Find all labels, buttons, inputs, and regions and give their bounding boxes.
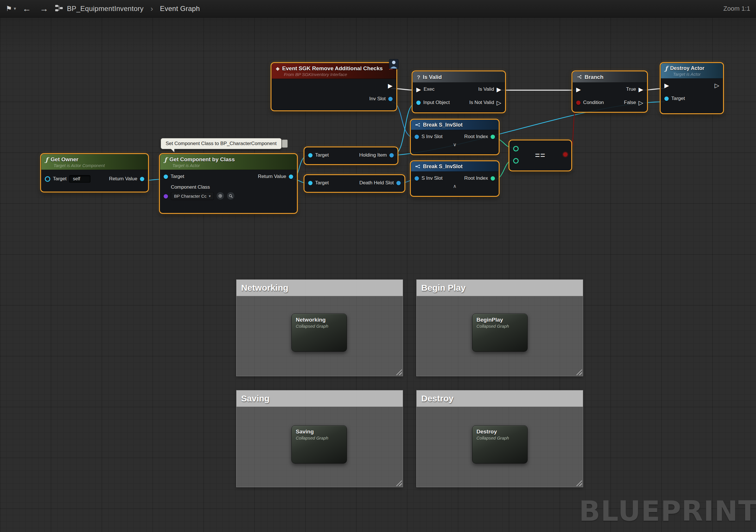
death-held-slot-pin[interactable]	[396, 181, 401, 185]
browse-asset-button[interactable]	[227, 192, 235, 200]
collapsed-subtitle: Collapsed Graph	[296, 324, 342, 329]
pin-label-return-value: Return Value	[109, 176, 137, 182]
s-inv-slot-pin[interactable]	[415, 135, 419, 139]
root-index-pin[interactable]	[491, 176, 495, 181]
node-break-invslot-2[interactable]: Break S_InvSlot S Inv Slot Root Index ∧	[411, 161, 499, 196]
back-button[interactable]: ←	[20, 4, 34, 13]
collapsed-title: Destroy	[476, 429, 523, 435]
node-get-holding-item[interactable]: Target Holding Item	[305, 147, 397, 164]
node-is-valid[interactable]: ? Is Valid ▶ Exec Is Valid ▶ Input Objec…	[413, 71, 505, 112]
node-get-component-by-class[interactable]: ƒ Get Component by Class Target is Actor…	[160, 154, 297, 213]
breadcrumb-blueprint-name[interactable]: BP_EquipmentInventory	[67, 5, 144, 13]
comment-header[interactable]: Saving	[236, 390, 403, 407]
branch-icon	[577, 74, 582, 80]
equal-result-pin[interactable]	[563, 152, 568, 157]
pin-label-component-class: Component Class	[171, 184, 235, 190]
blueprint-graph-canvas[interactable]: Networking Begin Play Saving Destroy Net…	[0, 0, 756, 532]
node-branch[interactable]: Branch ▶ True ▶ Condition False ▷	[572, 71, 647, 112]
comment-resize-handle[interactable]	[396, 480, 402, 486]
exec-out-valid-pin[interactable]: ▶	[497, 86, 501, 93]
breadcrumb-separator: ›	[150, 4, 153, 13]
exec-in-pin[interactable]: ▶	[576, 86, 581, 93]
collapsed-graph-networking[interactable]: Networking Collapsed Graph	[291, 313, 347, 352]
comment-resize-handle[interactable]	[396, 369, 402, 375]
node-header[interactable]: Break S_InvSlot	[411, 120, 499, 130]
inv-slot-pin[interactable]	[388, 97, 392, 101]
component-class-pin[interactable]	[164, 194, 168, 199]
comment-title: Destroy	[421, 394, 454, 403]
pin-label-root-index: Root Index	[464, 134, 488, 140]
node-title: Is Valid	[423, 74, 442, 80]
bookmark-caret-icon[interactable]: ▾	[14, 6, 16, 11]
condition-pin[interactable]	[576, 100, 580, 105]
function-icon: ƒ	[164, 157, 167, 163]
comment-header[interactable]: Networking	[236, 280, 403, 296]
node-header[interactable]: ƒ Destroy Actor Target is Actor	[661, 63, 723, 79]
exec-out-not-valid-pin[interactable]: ▷	[497, 100, 501, 106]
pin-label-input-object: Input Object	[423, 100, 450, 105]
expand-chevron-icon[interactable]: ∨	[411, 142, 499, 148]
node-title: Break S_InvSlot	[423, 164, 463, 170]
forward-button[interactable]: →	[38, 4, 51, 13]
collapsed-graph-beginplay[interactable]: BeginPlay Collapsed Graph	[472, 313, 527, 352]
exec-out-true-pin[interactable]: ▶	[639, 86, 643, 93]
root-index-pin[interactable]	[491, 135, 495, 139]
exec-in-pin[interactable]: ▶	[664, 82, 669, 89]
comment-header[interactable]: Destroy	[417, 390, 583, 407]
collapsed-graph-saving[interactable]: Saving Collapsed Graph	[291, 425, 347, 464]
collapsed-graph-destroy[interactable]: Destroy Collapsed Graph	[472, 425, 527, 464]
node-event-sgk-remove-additional-checks[interactable]: ◆ Event SGK Remove Additional Checks Fro…	[271, 63, 396, 110]
pin-label-target: Target	[171, 174, 184, 179]
exec-out-false-pin[interactable]: ▷	[639, 100, 643, 106]
comment-header[interactable]: Begin Play	[417, 280, 583, 296]
node-header[interactable]: ? Is Valid	[413, 72, 505, 83]
node-header[interactable]: ƒ Get Component by Class Target is Actor	[160, 154, 297, 170]
node-header[interactable]: Branch	[573, 72, 647, 83]
pin-label-root-index: Root Index	[464, 175, 488, 181]
collapse-chevron-icon[interactable]: ∧	[411, 184, 499, 190]
target-pin[interactable]	[164, 174, 168, 179]
bookmark-icon[interactable]: ⚑	[6, 5, 12, 12]
node-title: Get Component by Class	[170, 156, 235, 163]
node-header[interactable]: ƒ Get Owner Target is Actor Component	[41, 154, 148, 170]
node-comment-bubble[interactable]: Set Component Class to BP_CharacterCompo…	[161, 138, 282, 149]
exec-out-pin[interactable]: ▷	[715, 82, 719, 89]
component-class-dropdown[interactable]: BP Character Cc ▾	[171, 192, 214, 200]
input-object-pin[interactable]	[416, 100, 421, 105]
node-header[interactable]: ◆ Event SGK Remove Additional Checks Fro…	[272, 63, 396, 79]
exec-in-pin[interactable]: ▶	[416, 86, 421, 93]
pin-label-target: Target	[315, 152, 329, 158]
target-pin[interactable]	[45, 176, 50, 182]
target-pin[interactable]	[664, 96, 669, 101]
return-value-pin[interactable]	[289, 174, 293, 179]
equal-input-a-pin[interactable]	[513, 146, 519, 151]
holding-item-pin[interactable]	[390, 153, 394, 157]
node-destroy-actor[interactable]: ƒ Destroy Actor Target is Actor ▶ ▷ Targ…	[661, 63, 723, 113]
breadcrumb-graph-name[interactable]: Event Graph	[160, 5, 200, 13]
exec-out-pin[interactable]: ▶	[388, 83, 392, 89]
pin-label-exec: Exec	[423, 86, 435, 92]
use-selected-asset-button[interactable]	[216, 192, 224, 200]
node-get-death-held-slot[interactable]: Target Death Held Slot	[305, 175, 404, 192]
graph-hierarchy-icon[interactable]	[55, 4, 63, 13]
equal-input-b-pin[interactable]	[513, 158, 519, 164]
target-pin[interactable]	[308, 181, 312, 185]
dropdown-caret-icon: ▾	[209, 194, 211, 198]
function-icon: ƒ	[45, 157, 48, 163]
return-value-pin[interactable]	[140, 177, 144, 181]
comment-resize-handle[interactable]	[576, 480, 582, 486]
node-header[interactable]: Break S_InvSlot	[411, 162, 499, 172]
node-equal-equal[interactable]: ==	[509, 141, 571, 171]
node-title: Get Owner	[51, 156, 78, 163]
comment-resize-handle[interactable]	[576, 369, 582, 375]
comment-bubble-pin[interactable]	[282, 140, 288, 148]
node-break-invslot-1[interactable]: Break S_InvSlot S Inv Slot Root Index ∨	[411, 120, 499, 154]
target-value-input[interactable]: self	[69, 175, 91, 183]
comment-title: Begin Play	[421, 283, 466, 293]
target-pin[interactable]	[308, 153, 312, 157]
s-inv-slot-pin[interactable]	[415, 176, 419, 181]
pin-label-is-valid: Is Valid	[478, 86, 494, 92]
pin-label-s-inv-slot: S Inv Slot	[421, 134, 443, 140]
node-get-owner[interactable]: ƒ Get Owner Target is Actor Component Ta…	[41, 154, 148, 192]
blueprint-watermark: BLUEPRINT	[579, 495, 756, 527]
